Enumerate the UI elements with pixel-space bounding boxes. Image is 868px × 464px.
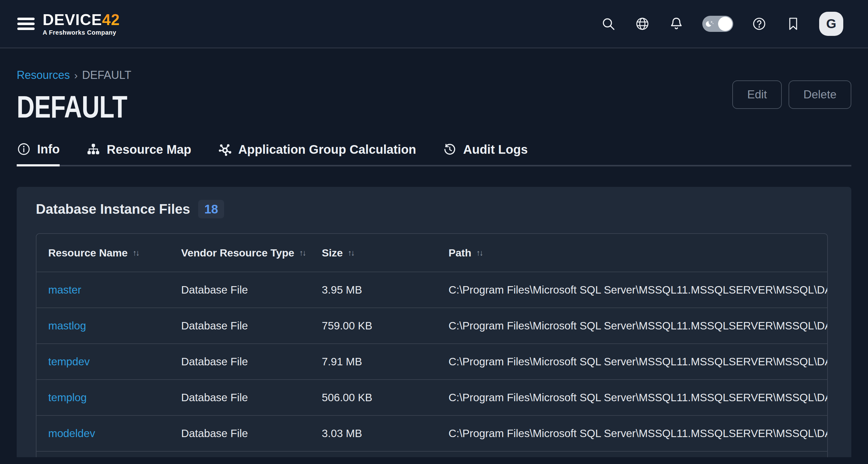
menu-icon[interactable] [17,17,35,31]
search-icon[interactable] [600,16,616,32]
tab-resource-map[interactable]: Resource Map [86,142,191,165]
column-label: Path [448,247,471,259]
logo-text: DEVICE42 [43,12,120,28]
tab-resource-map-label: Resource Map [106,143,191,156]
moon-stars-icon [705,19,715,29]
breadcrumb-current: DEFAULT [82,69,131,82]
column-header-path[interactable]: Path ↑↓ [437,247,827,259]
tab-audit-logs[interactable]: Audit Logs [443,142,528,165]
tab-audit-logs-label: Audit Logs [463,143,528,156]
resource-name-link[interactable]: mastlog [48,320,86,331]
app-group-icon [218,142,232,156]
vendor-resource-type-cell: Database File [169,355,310,368]
size-cell: 506.00 KB [310,391,437,404]
user-avatar[interactable]: G [819,12,843,36]
table-row: tempdev Database File 7.91 MB C:\Program… [36,344,827,380]
page-content: Resources › DEFAULT DEFAULT Edit Delete … [0,48,868,457]
path-cell: C:\Program Files\Microsoft SQL Server\MS… [437,284,827,296]
column-label: Resource Name [48,247,128,259]
size-cell: 759.00 KB [310,320,437,332]
breadcrumb-resources-link[interactable]: Resources [17,69,70,82]
tab-application-group-calculation-label: Application Group Calculation [238,143,416,156]
table-row: templog Database File 506.00 KB C:\Progr… [36,380,827,416]
path-cell: C:\Program Files\Microsoft SQL Server\MS… [437,427,827,440]
delete-button[interactable]: Delete [788,81,851,109]
dark-mode-toggle[interactable] [702,16,733,32]
tab-info[interactable]: Info [17,142,60,167]
database-instance-files-card: Database Instance Files 18 Resource Name… [17,187,851,457]
breadcrumb: Resources › DEFAULT [17,69,155,82]
vendor-resource-type-cell: Database File [169,320,310,332]
column-header-size[interactable]: Size ↑↓ [310,247,437,259]
top-navbar: DEVICE42 A Freshworks Company [0,0,868,48]
column-header-vendor-resource-type[interactable]: Vendor Resource Type ↑↓ [169,247,310,259]
resource-name-link[interactable]: tempdev [48,355,90,368]
bookmark-icon[interactable] [785,16,801,32]
column-label: Size [322,247,343,259]
breadcrumb-separator: › [74,69,78,81]
tab-info-label: Info [37,142,60,156]
table-row: master Database File 3.95 MB C:\Program … [36,272,827,308]
column-label: Vendor Resource Type [181,247,294,259]
count-badge: 18 [198,200,224,219]
tab-application-group-calculation[interactable]: Application Group Calculation [218,142,416,165]
vendor-resource-type-cell: Database File [169,391,310,404]
globe-icon[interactable] [634,16,650,32]
toggle-knob [718,17,732,31]
column-header-resource-name[interactable]: Resource Name ↑↓ [36,247,169,259]
table-row: modeldev Database File 3.03 MB C:\Progra… [36,416,827,452]
info-icon [17,142,31,156]
tab-bar: Info Resource Map [17,142,851,167]
vendor-resource-type-cell: Database File [169,427,310,440]
table-row [36,452,827,457]
size-cell: 3.95 MB [310,284,437,296]
vendor-resource-type-cell: Database File [169,284,310,296]
audit-logs-icon [443,142,457,156]
resource-map-icon [86,142,100,156]
path-cell: C:\Program Files\Microsoft SQL Server\MS… [437,355,827,368]
path-cell: C:\Program Files\Microsoft SQL Server\MS… [437,391,827,404]
resource-name-link[interactable]: modeldev [48,427,95,439]
table-row: mastlog Database File 759.00 KB C:\Progr… [36,308,827,344]
path-cell: C:\Program Files\Microsoft SQL Server\MS… [437,320,827,332]
resource-name-link[interactable]: master [48,284,81,296]
size-cell: 3.03 MB [310,427,437,440]
sort-icon: ↑↓ [299,248,305,258]
logo-subtitle: A Freshworks Company [43,29,120,35]
size-cell: 7.91 MB [310,355,437,368]
table-header-row: Resource Name ↑↓ Vendor Resource Type ↑↓… [36,234,827,272]
resource-name-link[interactable]: templog [48,391,87,403]
page-title: DEFAULT [17,89,127,125]
logo-accent: 42 [102,11,120,28]
sort-icon: ↑↓ [348,248,354,258]
help-icon[interactable] [751,16,767,32]
bell-icon[interactable] [668,16,684,32]
device42-logo[interactable]: DEVICE42 A Freshworks Company [43,12,120,35]
files-table: Resource Name ↑↓ Vendor Resource Type ↑↓… [36,233,828,457]
sort-icon: ↑↓ [133,248,139,258]
sort-icon: ↑↓ [476,248,483,258]
section-title: Database Instance Files [36,201,190,217]
edit-button[interactable]: Edit [732,81,782,109]
